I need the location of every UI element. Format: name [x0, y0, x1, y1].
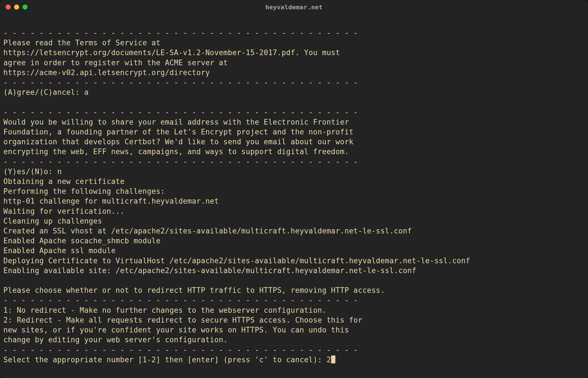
window-title: heyvaldemar.net	[265, 4, 322, 11]
terminal-line	[3, 276, 585, 285]
terminal-line: Deploying Certificate to VirtualHost /et…	[3, 256, 585, 266]
terminal-line: organization that develops Certbot? We'd…	[3, 137, 585, 147]
terminal-line: - - - - - - - - - - - - - - - - - - - - …	[3, 157, 585, 167]
terminal-line: encrypting the web, EFF news, campaigns,…	[3, 147, 585, 157]
prompt-text: Select the appropriate number [1-2] then…	[3, 356, 331, 364]
minimize-button[interactable]	[14, 4, 19, 10]
terminal-line: https://letsencrypt.org/documents/LE-SA-…	[3, 48, 585, 58]
terminal-line: new sites, or if you're confident your s…	[3, 325, 585, 335]
terminal-line: - - - - - - - - - - - - - - - - - - - - …	[3, 28, 585, 38]
terminal-line: Enabled Apache ssl module	[3, 246, 585, 256]
terminal-line: Obtaining a new certificate	[3, 177, 585, 186]
terminal-content[interactable]: - - - - - - - - - - - - - - - - - - - - …	[0, 14, 588, 378]
terminal-line	[3, 97, 585, 107]
terminal-line: - - - - - - - - - - - - - - - - - - - - …	[3, 345, 585, 355]
terminal-output: - - - - - - - - - - - - - - - - - - - - …	[3, 28, 585, 355]
terminal-line: (A)gree/(C)ancel: a	[3, 87, 585, 97]
terminal-line: Foundation, a founding partner of the Le…	[3, 127, 585, 137]
terminal-line: - - - - - - - - - - - - - - - - - - - - …	[3, 78, 585, 87]
terminal-line: Please read the Terms of Service at	[3, 38, 585, 48]
maximize-button[interactable]	[23, 4, 28, 10]
cursor	[331, 356, 335, 363]
terminal-line: Please choose whether or not to redirect…	[3, 285, 585, 295]
terminal-prompt-line: Select the appropriate number [1-2] then…	[3, 355, 585, 365]
traffic-lights	[6, 4, 28, 10]
terminal-line: Cleaning up challenges	[3, 216, 585, 226]
terminal-line: Performing the following challenges:	[3, 186, 585, 196]
terminal-line: Enabled Apache socache_shmcb module	[3, 236, 585, 246]
terminal-line: Would you be willing to share your email…	[3, 117, 585, 127]
terminal-line: agree in order to register with the ACME…	[3, 58, 585, 68]
close-button[interactable]	[6, 4, 11, 10]
terminal-window: heyvaldemar.net - - - - - - - - - - - - …	[0, 0, 588, 378]
terminal-line: 1: No redirect - Make no further changes…	[3, 305, 585, 315]
terminal-line: - - - - - - - - - - - - - - - - - - - - …	[3, 295, 585, 305]
terminal-line: change by editing your web server's conf…	[3, 335, 585, 345]
terminal-line: Enabling available site: /etc/apache2/si…	[3, 266, 585, 276]
titlebar: heyvaldemar.net	[0, 0, 588, 14]
terminal-line: - - - - - - - - - - - - - - - - - - - - …	[3, 107, 585, 117]
terminal-line: Waiting for verification...	[3, 206, 585, 216]
terminal-line: (Y)es/(N)o: n	[3, 167, 585, 177]
terminal-line: https://acme-v02.api.letsencrypt.org/dir…	[3, 68, 585, 78]
terminal-line: http-01 challenge for multicraft.heyvald…	[3, 196, 585, 206]
terminal-line: 2: Redirect - Make all requests redirect…	[3, 315, 585, 325]
terminal-line: Created an SSL vhost at /etc/apache2/sit…	[3, 226, 585, 236]
